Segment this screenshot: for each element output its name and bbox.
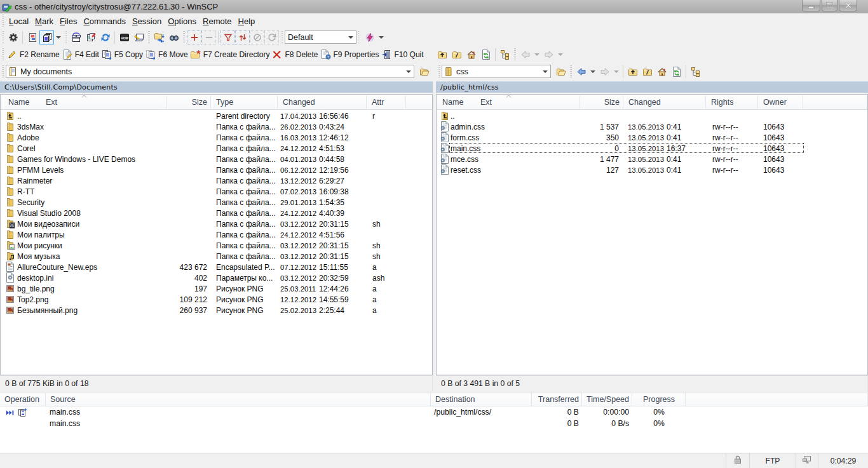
f10-quit-button[interactable]: F10 Quit — [381, 47, 425, 62]
refresh-doc-button[interactable] — [669, 65, 684, 79]
file-row-R-TT[interactable]: R-TTПапка с файла...07.02.201316:09:38 — [1, 186, 432, 197]
preferences-gear-button[interactable] — [6, 30, 20, 44]
file-row-main.css[interactable]: main.css013.05.201316:37rw-r--r--10643 — [437, 143, 867, 154]
queue-column-operation[interactable]: Operation — [0, 392, 46, 406]
combo-dropdown-icon[interactable] — [542, 65, 548, 77]
toolbar-grip[interactable] — [358, 31, 361, 44]
unselect-gray-button[interactable] — [250, 30, 264, 44]
toolbar-grip[interactable] — [437, 65, 440, 78]
transfer-lightning-button[interactable] — [362, 30, 377, 44]
toolbar-grip[interactable] — [569, 65, 573, 78]
file-row-Security[interactable]: SecurityПапка с файла...29.01.20131:54:3… — [1, 197, 432, 208]
f2-rename-button[interactable]: F2 Rename — [6, 47, 61, 62]
column-header-size[interactable]: Size — [166, 95, 211, 110]
menu-help[interactable]: Help — [235, 15, 259, 28]
column-header-type[interactable]: Type — [211, 95, 278, 110]
open-remote-folder-button[interactable] — [553, 65, 568, 79]
open-dir-up-button[interactable] — [625, 65, 640, 79]
menu-mark[interactable]: Mark — [32, 15, 57, 28]
toolbar-grip[interactable] — [182, 31, 186, 44]
file-row-_[interactable]: Мои видеозаписиПапка с файла...03.12.201… — [1, 218, 432, 229]
minimize-button[interactable] — [802, 0, 820, 11]
file-row-Corel[interactable]: CorelПапка с файла...24.12.20124:51:53 — [1, 143, 432, 154]
f9-properties-button[interactable]: F9 Properties — [320, 47, 381, 62]
f8-delete-button[interactable]: F8 Delete — [271, 47, 319, 62]
file-row-Top2.png[interactable]: Top2.png109 212Рисунок PNG12.12.201214:5… — [1, 294, 432, 305]
file-row-form.css[interactable]: form.css35013.05.20130:41rw-r--r--10643 — [437, 132, 867, 143]
queue-row[interactable]: main.css/public_html/css/0 B0:00:000% — [0, 408, 868, 419]
column-header-blank[interactable] — [803, 95, 867, 110]
status-protocol-section[interactable]: FTP — [750, 453, 796, 468]
forward-gray-button[interactable] — [597, 65, 612, 79]
queue-row[interactable]: main.css0 B0 B/s0% — [0, 419, 868, 431]
column-divider[interactable] — [433, 96, 433, 109]
column-header-owner[interactable]: Owner — [758, 95, 803, 110]
file-row-bg_tile.png[interactable]: bg_tile.png197Рисунок PNG25.03.201112:44… — [1, 283, 432, 294]
menu-commands[interactable]: Commands — [80, 15, 128, 28]
file-row-Visual_Studio_2008[interactable]: Visual Studio 2008Папка с файла...24.12.… — [1, 208, 432, 218]
selection-updown-button[interactable] — [235, 30, 250, 44]
file-row-..[interactable]: .. — [437, 110, 867, 121]
combo-dropdown-icon[interactable] — [405, 65, 412, 77]
file-row-3dsMax[interactable]: 3dsMaxПапка с файла...26.02.20130:43:24 — [1, 121, 432, 132]
duplicate-session-button[interactable] — [83, 30, 98, 44]
file-row-..[interactable]: ..Parent directory17.04.201316:56:46r — [1, 110, 432, 121]
f4-edit-button[interactable]: F4 Edit — [61, 47, 100, 62]
filter-red-button[interactable] — [220, 30, 235, 44]
new-session-button[interactable] — [69, 30, 83, 44]
dropdown-arrow-icon[interactable] — [590, 70, 595, 73]
file-row-_[interactable]: Мои палитрыПапка с файла...24.12.20124:5… — [1, 229, 432, 240]
column-divider[interactable] — [867, 96, 867, 109]
menu-local[interactable]: Local — [6, 15, 32, 28]
status-session-section[interactable] — [796, 453, 818, 468]
file-row-_.png[interactable]: Безымянный.png260 937Рисунок PNG25.02.20… — [1, 305, 432, 316]
toolbar-grip[interactable] — [1, 48, 4, 61]
putty-button[interactable]: HOM — [117, 30, 132, 44]
file-row-desktop.ini[interactable]: desktop.ini402Параметры ко...03.12.20122… — [1, 272, 432, 283]
file-row-Adobe[interactable]: AdobeПапка с файла...16.03.201312:46:12 — [1, 132, 432, 143]
queue-column-destination[interactable]: Destination — [431, 392, 532, 406]
queue-column-timespeed[interactable]: Time/Speed — [582, 392, 632, 406]
queue-column-blank[interactable] — [686, 392, 868, 406]
column-header-rights[interactable]: Rights — [706, 95, 758, 110]
reconnect-button[interactable] — [98, 30, 112, 44]
refresh-doc-button[interactable] — [478, 48, 493, 62]
back-gray-button[interactable] — [518, 48, 532, 62]
add-red-button[interactable] — [187, 30, 201, 44]
queue-column-progress[interactable]: Progress — [632, 392, 686, 406]
transfer-settings-combo[interactable]: Default — [285, 30, 356, 44]
find-files-button[interactable] — [166, 30, 181, 44]
file-row-Games_for_Windows_-_LIVE_Demos[interactable]: Games for Windows - LIVE DemosПапка с фа… — [1, 154, 432, 164]
file-row-Rainmeter[interactable]: RainmeterПапка с файла...13.12.20126:29:… — [1, 175, 432, 186]
menu-files[interactable]: Files — [57, 15, 80, 28]
remove-gray-button[interactable] — [201, 30, 216, 44]
toolbar-grip[interactable] — [280, 31, 283, 44]
synchronize-button[interactable] — [152, 30, 166, 44]
column-header-name[interactable]: NameExt — [437, 95, 580, 110]
column-label-ext[interactable]: Ext — [46, 98, 57, 107]
status-lock-section[interactable] — [726, 453, 750, 468]
file-row-PFMM_Levels[interactable]: PFMM LevelsПапка с файла...06.12.201212:… — [1, 164, 432, 175]
maximize-button[interactable] — [822, 0, 837, 11]
remote-path-header[interactable]: /public_html/css — [436, 81, 868, 93]
home-button[interactable] — [464, 48, 478, 62]
remote-directory-combo[interactable]: css — [442, 65, 551, 78]
column-header-attr[interactable]: Attr — [367, 95, 406, 110]
dropdown-arrow-icon[interactable] — [614, 70, 619, 73]
dropdown-arrow-icon[interactable] — [379, 36, 384, 39]
queue-column-source[interactable]: Source — [46, 392, 431, 406]
column-header-size[interactable]: Size — [580, 95, 623, 110]
toolbar-grip[interactable] — [1, 31, 4, 44]
local-directory-combo[interactable]: My documents — [6, 65, 414, 78]
f5-copy-button[interactable]: F5 Copy — [100, 47, 144, 62]
open-local-folder-button[interactable] — [417, 65, 431, 79]
f7-create-directory-button[interactable]: F7 Create Directory — [189, 47, 271, 62]
restore-selection-gray-button[interactable] — [264, 30, 279, 44]
tree-button[interactable] — [498, 48, 512, 62]
console-button[interactable] — [132, 30, 146, 44]
file-row-AllureCouture_New.eps[interactable]: AllureCouture_New.eps423 672Encapsulated… — [1, 262, 432, 272]
dropdown-arrow-icon[interactable] — [56, 36, 61, 39]
dropdown-arrow-icon[interactable] — [558, 53, 563, 56]
open-dir-up-button[interactable] — [435, 48, 449, 62]
local-path-header[interactable]: C:\Users\Still.Comp\Documents — [0, 81, 433, 93]
